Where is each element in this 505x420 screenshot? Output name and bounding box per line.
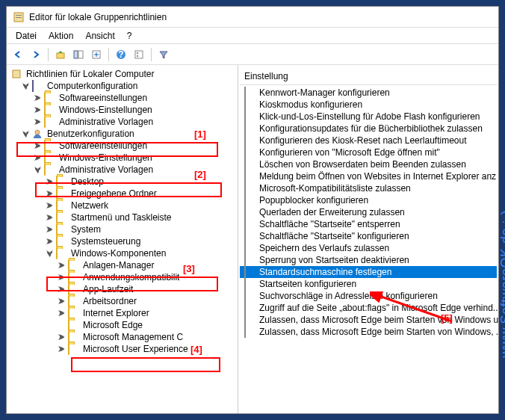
expander-spacer bbox=[58, 321, 66, 330]
tree-view[interactable]: Richtlinien für Lokaler Computer ⮟ Compu… bbox=[8, 68, 236, 355]
export-button[interactable] bbox=[88, 46, 105, 63]
tree-label: Windows-Komponenten bbox=[71, 248, 166, 259]
list-item[interactable]: Speichern des Verlaufs zulassen bbox=[240, 242, 497, 254]
menu-action[interactable]: Aktion bbox=[43, 29, 79, 42]
list-item[interactable]: Querladen der Erweiterung zulassen bbox=[240, 206, 497, 218]
list-item[interactable]: Schaltfläche "Startseite" entsperren bbox=[240, 218, 497, 230]
computer-icon bbox=[32, 81, 44, 91]
tree-item[interactable]: ⮞Netzwerk bbox=[11, 200, 236, 211]
expander-icon[interactable]: ⮞ bbox=[46, 213, 55, 222]
expander-icon[interactable]: ⮟ bbox=[34, 165, 43, 174]
expander-icon[interactable]: ⮞ bbox=[58, 285, 66, 294]
tree-label: Anwendungskompatibilit bbox=[83, 272, 179, 282]
tree-label: Computerkonfiguration bbox=[47, 81, 137, 91]
expander-icon[interactable]: ⮞ bbox=[58, 309, 66, 318]
expander-icon[interactable]: ⮞ bbox=[46, 225, 55, 234]
expander-icon[interactable]: ⮟ bbox=[22, 81, 31, 90]
tree-item[interactable]: ⮞Desktop bbox=[11, 176, 236, 188]
expander-icon[interactable]: ⮞ bbox=[34, 141, 43, 150]
tree-root-item[interactable]: Richtlinien für Lokaler Computer bbox=[11, 68, 236, 80]
tree-item-windows-components[interactable]: ⮟Windows-Komponenten bbox=[11, 247, 236, 259]
tree-item[interactable]: ⮞Administrative Vorlagen bbox=[11, 116, 236, 128]
expander-icon[interactable]: ⮞ bbox=[58, 297, 66, 306]
list-item[interactable]: Meldung beim Öffnen von Websites in Inte… bbox=[240, 170, 497, 182]
tree-item[interactable]: ⮞Freigegebene Ordner bbox=[11, 188, 236, 200]
list-item[interactable]: Sperrung von Startseiten deaktivieren bbox=[240, 254, 497, 266]
list-item[interactable]: Konfigurationsupdates für die Bücherbibl… bbox=[240, 123, 497, 135]
expander-icon[interactable]: ⮞ bbox=[46, 237, 55, 246]
expander-icon[interactable]: ⮞ bbox=[46, 189, 55, 198]
tree-label: Administrative Vorlagen bbox=[59, 117, 153, 127]
folder-icon bbox=[56, 188, 68, 199]
list-item[interactable]: Standardsuchmaschine festlegen bbox=[240, 266, 497, 278]
folder-icon bbox=[56, 224, 68, 235]
expander-icon[interactable]: ⮞ bbox=[34, 153, 43, 162]
expander-icon[interactable]: ⮞ bbox=[34, 117, 43, 126]
list-item[interactable]: Zugriff auf die Seite „about:flags" in M… bbox=[240, 302, 497, 314]
list-item[interactable]: Klick-und-Los-Einstellung für Adobe Flas… bbox=[240, 111, 497, 123]
help-button[interactable]: ? bbox=[113, 46, 129, 63]
list-item[interactable]: Konfigurieren von "Microsoft Edge öffnen… bbox=[240, 146, 497, 158]
list-item-label: Zulassen, dass Microsoft Edge beim Start… bbox=[259, 315, 498, 325]
tree-item[interactable]: ⮞Startmenü und Taskleiste bbox=[11, 211, 236, 223]
properties-button[interactable] bbox=[131, 46, 147, 63]
setting-icon bbox=[244, 219, 256, 229]
list-item[interactable]: Kioskmodus konfigurieren bbox=[240, 99, 497, 111]
folder-icon bbox=[56, 212, 68, 223]
filter-button[interactable] bbox=[155, 46, 172, 63]
list-item[interactable]: Konfigurieren des Kiosk-Reset nach Leerl… bbox=[240, 135, 497, 146]
forward-button[interactable] bbox=[28, 46, 44, 63]
list-item[interactable]: Popupblocker konfigurieren bbox=[240, 194, 497, 206]
tree-item[interactable]: ⮞Systemsteuerung bbox=[11, 235, 236, 247]
tree-item[interactable]: ⮞Microsoft Management C bbox=[11, 331, 236, 343]
tree-label: Microsoft Edge bbox=[83, 320, 143, 330]
menu-file[interactable]: Datei bbox=[10, 29, 43, 42]
list-header[interactable]: Einstellung bbox=[240, 68, 497, 85]
list-item[interactable]: Zulassen, dass Microsoft Edge beim Start… bbox=[240, 314, 497, 326]
menu-help[interactable]: ? bbox=[121, 29, 138, 42]
setting-icon bbox=[244, 171, 256, 182]
tree-item-admin-templates[interactable]: ⮟Administrative Vorlagen bbox=[11, 164, 236, 176]
expander-icon[interactable]: ⮞ bbox=[46, 201, 55, 210]
main-window: Editor für lokale Gruppenrichtlinien Dat… bbox=[6, 6, 499, 414]
up-button[interactable] bbox=[52, 46, 69, 63]
expander-icon[interactable]: ⮞ bbox=[58, 345, 66, 353]
tree-item[interactable]: ⮞Arbeitsordner bbox=[11, 295, 236, 307]
back-button[interactable] bbox=[10, 46, 26, 63]
menu-view[interactable]: Ansicht bbox=[79, 29, 120, 42]
expander-icon[interactable]: ⮞ bbox=[34, 93, 43, 102]
show-hide-button[interactable] bbox=[70, 46, 87, 63]
tree-item[interactable]: ⮞Internet Explorer bbox=[11, 307, 236, 319]
expander-icon[interactable]: ⮞ bbox=[58, 273, 66, 282]
list-item[interactable]: Startseiten konfigurieren bbox=[240, 278, 497, 290]
svg-point-13 bbox=[35, 130, 40, 135]
expander-icon[interactable]: ⮞ bbox=[58, 261, 66, 270]
setting-icon bbox=[244, 159, 256, 170]
list-item[interactable]: Schaltfläche "Startseite" konfigurieren bbox=[240, 230, 497, 242]
folder-icon bbox=[68, 260, 80, 271]
setting-icon bbox=[244, 207, 256, 217]
list-item[interactable]: Suchvorschläge in Adressleiste konfiguri… bbox=[240, 290, 497, 302]
tree-item[interactable]: ⮞App-Laufzeit bbox=[11, 283, 236, 295]
list-item-label: Zugriff auf die Seite „about:flags" in M… bbox=[259, 303, 498, 313]
list-item-label: Sperrung von Startseiten deaktivieren bbox=[259, 255, 409, 265]
tree-item[interactable]: ⮞Anlagen-Manager bbox=[11, 259, 236, 271]
expander-icon[interactable]: ⮞ bbox=[34, 105, 43, 114]
expander-icon[interactable]: ⮞ bbox=[46, 177, 55, 186]
tree-item[interactable]: ⮞Anwendungskompatibilit bbox=[11, 271, 236, 283]
list-item[interactable]: Microsoft-Kompatibilitätsliste zulassen bbox=[240, 182, 497, 194]
setting-icon bbox=[244, 195, 256, 206]
tree-item-microsoft-edge[interactable]: Microsoft Edge bbox=[11, 319, 236, 331]
list-item[interactable]: Zulassen, dass Microsoft Edge beim Start… bbox=[240, 326, 497, 338]
tree-item[interactable]: ⮞Microsoft User Experience bbox=[11, 343, 236, 355]
tree-item[interactable]: ⮞System bbox=[11, 223, 236, 235]
list-body: Kennwort-Manager konfigurierenKioskmodus… bbox=[240, 85, 497, 339]
expander-icon[interactable]: ⮟ bbox=[46, 249, 55, 258]
list-item[interactable]: Kennwort-Manager konfigurieren bbox=[240, 87, 497, 99]
expander-icon[interactable]: ⮞ bbox=[58, 333, 66, 342]
folder-icon bbox=[68, 320, 80, 330]
list-item-label: Schaltfläche "Startseite" konfigurieren bbox=[259, 231, 409, 241]
svg-rect-2 bbox=[16, 17, 22, 18]
expander-icon[interactable]: ⮟ bbox=[22, 129, 31, 138]
list-item[interactable]: Löschen von Browserdaten beim Beenden zu… bbox=[240, 158, 497, 170]
